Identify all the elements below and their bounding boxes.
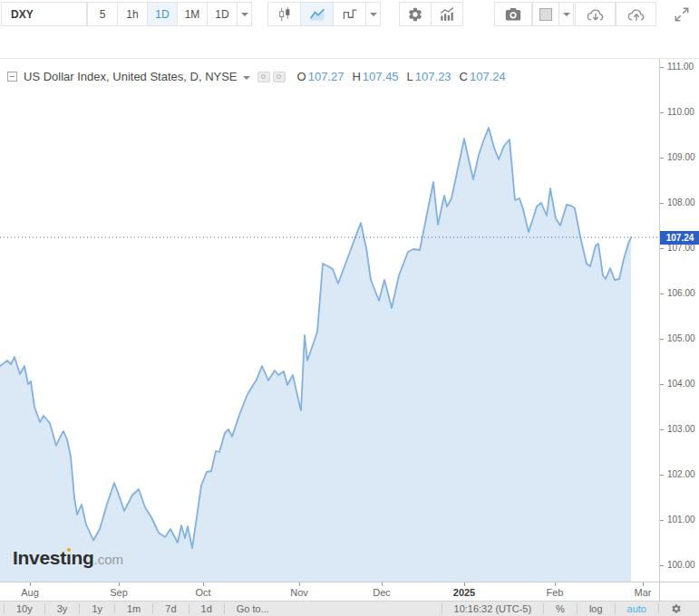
collapse-legend-icon[interactable]	[7, 72, 17, 82]
time-tick-label: Feb	[547, 587, 564, 598]
chevron-down-icon	[563, 13, 570, 16]
low-label: L	[407, 70, 413, 83]
time-tick-label: Dec	[373, 587, 391, 598]
percent-scale-toggle[interactable]: %	[543, 603, 577, 614]
secondary-toolbar	[0, 29, 699, 58]
ohlc-values: O107.27 H107.45 L107.23 C107.24	[297, 70, 514, 83]
chart-region: US Dollar Index, United States, D, NYSE …	[0, 58, 699, 601]
style-dropdown-button[interactable]	[365, 2, 381, 26]
time-tick-label: Oct	[195, 587, 210, 598]
log-scale-toggle[interactable]: log	[577, 603, 615, 614]
price-tick-label: 102.00	[667, 469, 695, 480]
time-tick-label: Aug	[21, 587, 39, 598]
candles-style-button[interactable]	[267, 2, 301, 26]
time-tick-mark	[464, 582, 465, 586]
price-tick-mark	[660, 158, 664, 159]
price-axis[interactable]: 107.24 111.00110.00109.00108.00107.00106…	[659, 59, 699, 582]
price-tick-mark	[660, 475, 664, 476]
open-value: 107.27	[308, 70, 345, 83]
indicators-icon	[439, 6, 455, 23]
price-tick-label: 104.00	[667, 379, 695, 390]
goto-button[interactable]: Go to...	[224, 603, 281, 614]
watermark-brand: Investıng	[13, 547, 94, 568]
page: { "toolbar": { "symbol": "DXY", "interva…	[0, 0, 699, 616]
time-tick-label: Mar	[635, 587, 652, 598]
range-button-10y[interactable]: 10y	[4, 603, 44, 614]
layout-button[interactable]	[532, 2, 559, 26]
line-style-button[interactable]	[300, 2, 334, 26]
time-axis[interactable]: AugSepOctNovDec2025FebMar	[0, 582, 659, 602]
cloud-upload-icon	[626, 6, 646, 23]
interval-button-5[interactable]: 5	[87, 2, 118, 26]
time-tick-mark	[119, 582, 120, 586]
legend-dropdown-caret[interactable]	[243, 76, 250, 80]
series-settings-icon[interactable]	[257, 72, 270, 82]
price-tick-label: 108.00	[667, 197, 695, 208]
interval-button-1D[interactable]: 1D	[147, 2, 178, 26]
price-tick-label: 110.00	[667, 107, 694, 118]
range-buttons: 10y3y1y1m7d1dGo to...	[4, 602, 281, 616]
time-tick-label: 2025	[453, 587, 475, 598]
price-tick-mark	[660, 429, 664, 430]
series-visibility-icon[interactable]	[273, 72, 286, 82]
load-chart-button[interactable]	[575, 2, 616, 26]
interval-button-1h[interactable]: 1h	[117, 2, 148, 26]
step-style-button[interactable]	[333, 2, 366, 26]
time-tick-mark	[203, 582, 204, 586]
clock[interactable]: 10:16:32 (UTC-5)	[442, 603, 544, 614]
cloud-download-icon	[586, 6, 606, 23]
price-tick-label: 105.00	[667, 333, 695, 344]
range-button-3y[interactable]: 3y	[44, 603, 80, 614]
snapshot-button[interactable]	[494, 2, 532, 26]
fullscreen-button[interactable]	[673, 5, 691, 24]
price-tick-label: 109.00	[667, 152, 695, 163]
settings-indicators-group	[399, 2, 463, 26]
settings-button[interactable]	[399, 2, 432, 26]
chart-legend: US Dollar Index, United States, D, NYSE …	[7, 70, 514, 83]
price-tick-mark	[660, 294, 664, 294]
range-button-7d[interactable]: 7d	[152, 603, 188, 614]
bottom-right-controls: 10:16:32 (UTC-5) % log auto	[442, 602, 694, 616]
range-button-1y[interactable]: 1y	[79, 603, 114, 614]
axis-corner	[659, 582, 699, 602]
price-tick-label: 111.00	[667, 62, 694, 72]
close-value: 107.24	[470, 70, 506, 83]
price-tick-label: 103.00	[667, 424, 695, 435]
price-tick-mark	[660, 384, 664, 385]
gear-icon	[671, 603, 682, 614]
time-tick-label: Sep	[110, 587, 128, 598]
open-label: O	[297, 70, 306, 83]
range-button-1m[interactable]: 1m	[114, 603, 152, 614]
time-tick-mark	[643, 582, 644, 586]
close-label: C	[460, 70, 468, 83]
fullscreen-icon	[673, 5, 691, 24]
price-tick-mark	[660, 112, 664, 113]
low-value: 107.23	[415, 70, 451, 83]
axis-settings-button[interactable]	[658, 603, 694, 614]
price-tick-mark	[660, 203, 664, 204]
chevron-down-icon	[370, 13, 377, 16]
candles-icon	[277, 6, 293, 23]
top-toolbar: DXY 51h1D1M1D	[0, 0, 699, 29]
last-price-badge: 107.24	[660, 231, 699, 245]
camera-icon	[504, 6, 522, 23]
layout-dropdown-button[interactable]	[558, 2, 574, 26]
time-tick-mark	[299, 582, 300, 586]
range-button-1d[interactable]: 1d	[189, 603, 224, 614]
save-chart-button[interactable]	[616, 2, 656, 26]
watermark-logo: Investıng.com	[13, 547, 123, 569]
interval-button-1D[interactable]: 1D	[207, 2, 238, 26]
price-tick-label: 107.00	[667, 243, 695, 254]
indicators-button[interactable]	[431, 2, 463, 26]
symbol-button[interactable]: DXY	[1, 2, 87, 26]
line-chart-icon	[309, 6, 325, 23]
chart-plot-area[interactable]: US Dollar Index, United States, D, NYSE …	[0, 59, 659, 582]
time-tick-mark	[30, 582, 31, 586]
watermark-orange-dot	[67, 548, 71, 552]
interval-dropdown-button[interactable]	[237, 2, 252, 26]
layout-group	[532, 2, 574, 26]
interval-button-1M[interactable]: 1M	[177, 2, 208, 26]
auto-scale-toggle[interactable]: auto	[615, 603, 658, 614]
high-label: H	[352, 70, 360, 83]
step-chart-icon	[342, 6, 358, 23]
